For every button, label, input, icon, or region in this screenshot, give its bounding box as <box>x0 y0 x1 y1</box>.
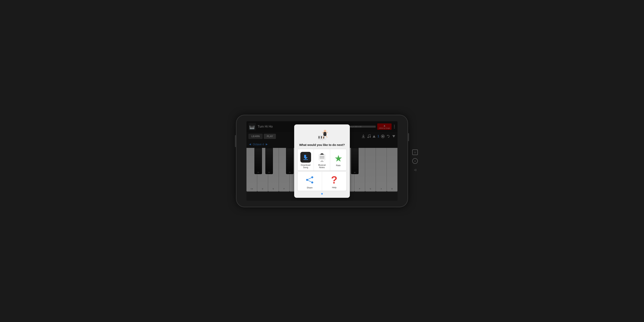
svg-rect-15 <box>304 155 306 158</box>
recent-apps-button[interactable]: □ <box>412 150 418 155</box>
help-question-icon: ? <box>331 175 338 185</box>
svg-rect-9 <box>318 136 320 138</box>
musical-notes-icon <box>317 152 327 162</box>
help-button[interactable]: ? Help <box>322 172 346 191</box>
dialog-options-row2: Share ? Help <box>297 172 347 191</box>
svg-marker-16 <box>304 157 308 159</box>
rate-star-icon: ★ <box>334 154 342 163</box>
dialog: What would you like to do next? Download <box>294 124 350 198</box>
musical-notes-button[interactable]: Musical Notes <box>314 149 330 171</box>
svg-line-32 <box>307 180 312 182</box>
svg-rect-10 <box>320 136 320 138</box>
download-song-button[interactable]: DownloadSong <box>298 149 314 171</box>
help-label: Help <box>332 186 336 189</box>
rate-label: Rate <box>336 164 340 166</box>
volume-button[interactable] <box>235 135 236 147</box>
share-label: Share <box>307 186 312 189</box>
download-song-label: DownloadSong <box>301 164 310 168</box>
dialog-title: What would you like to do next? <box>299 143 345 146</box>
home-button[interactable]: ○ <box>412 158 418 164</box>
back-button[interactable]: ◁ <box>412 167 418 172</box>
svg-line-31 <box>307 177 312 180</box>
svg-rect-11 <box>321 136 322 138</box>
phone-device: 🎹 Tum Hi Ho Allocating Your advertising … <box>236 115 408 207</box>
dialog-mascot-icon <box>315 128 329 142</box>
download-song-icon <box>300 152 311 162</box>
svg-rect-27 <box>320 154 324 155</box>
dialog-options-row1: DownloadSong <box>297 149 347 171</box>
page-indicator <box>321 193 323 194</box>
phone-screen: 🎹 Tum Hi Ho Allocating Your advertising … <box>246 121 398 201</box>
dialog-overlay: What would you like to do next? Download <box>246 121 398 201</box>
power-button[interactable] <box>408 133 409 141</box>
android-nav-buttons: □ ○ ◁ <box>412 150 418 172</box>
svg-rect-19 <box>319 155 325 160</box>
musical-notes-label: Musical Notes <box>316 164 328 168</box>
rate-button[interactable]: ★ Rate <box>330 149 346 171</box>
share-button[interactable]: Share <box>298 172 322 191</box>
share-icon <box>304 174 315 185</box>
